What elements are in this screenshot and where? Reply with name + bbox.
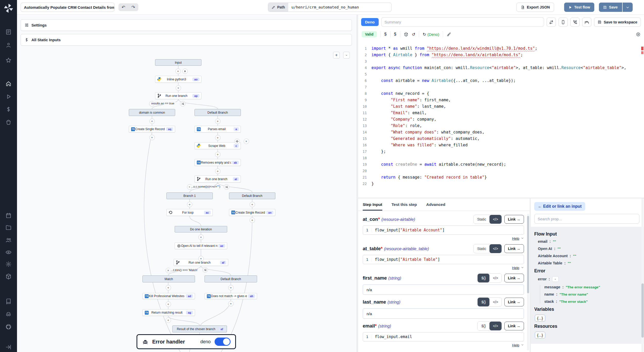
workbench-icon[interactable] (582, 18, 591, 27)
value-input[interactable]: n/a (363, 284, 524, 295)
tab-advanced[interactable]: Advanced (426, 202, 445, 211)
test-flow-button[interactable]: Test flow (564, 3, 594, 12)
settings-icon[interactable] (4, 260, 13, 268)
edit-or-link-input-button[interactable]: ← Edit or link an input (534, 202, 585, 211)
add-step-icon[interactable]: + (198, 256, 204, 261)
reset-icon[interactable]: ↺ (412, 32, 415, 37)
chevron-down-icon[interactable] (521, 343, 524, 347)
docs-icon[interactable] (4, 297, 13, 306)
mobile-view-icon[interactable] (558, 18, 568, 27)
path-field[interactable]: Path u/henri/crm_automated_no_human (268, 3, 392, 12)
help-link[interactable]: Help (512, 237, 519, 240)
zoom-out-button[interactable]: - (343, 52, 350, 58)
toggle-Static[interactable]: Static (474, 244, 489, 253)
save-dropdown-button[interactable] (623, 3, 633, 12)
add-step-icon[interactable]: + (228, 285, 234, 290)
favorites-icon[interactable] (4, 56, 13, 64)
flow-node[interactable]: Default Branch (205, 275, 257, 282)
package-icon[interactable] (404, 32, 408, 37)
flow-node[interactable]: Run one branchap (155, 92, 201, 99)
flow-node[interactable]: TSCreate Single Record (Airtable)aq (129, 126, 175, 132)
add-step-icon[interactable]: + (166, 301, 171, 307)
save-to-workspace-button[interactable]: Save to workspace (594, 18, 641, 27)
resources-icon[interactable] (4, 118, 13, 126)
trigger-icon[interactable] (182, 69, 188, 74)
variables-icon[interactable] (4, 105, 13, 113)
move-node-icon[interactable] (234, 139, 240, 144)
collapse-icon[interactable] (4, 343, 13, 351)
add-step-icon[interactable]: + (149, 135, 155, 140)
toggle-Static[interactable]: Static (474, 215, 489, 224)
flow-node[interactable]: domain is common (129, 109, 175, 116)
user-icon[interactable] (4, 41, 13, 49)
all-static-inputs-bar[interactable]: All Static Inputs (21, 34, 352, 46)
context-prop-open-ai[interactable]: Open AI:"" (538, 247, 640, 251)
context-prop-name[interactable]: name:"The error name" (544, 292, 640, 296)
code-editor[interactable]: 1import * as wmill from "https://deno.la… (358, 45, 644, 198)
link-button[interactable]: Link → (504, 322, 524, 330)
diff-icon[interactable] (547, 18, 556, 27)
toggle-code[interactable]: </> (489, 215, 501, 224)
toggle-template[interactable]: ${} (478, 298, 489, 306)
flow-node[interactable]: Branch 1 (166, 192, 213, 199)
search-prop-input[interactable] (534, 214, 639, 224)
reload-deno-button[interactable]: ↻ (Deno) (423, 32, 439, 37)
flow-node[interactable]: TSReturn matching resultag (142, 309, 195, 316)
toggle-code[interactable]: </> (489, 322, 501, 330)
expr-editor[interactable]: 1flow_input["Airtable Table"] (363, 255, 524, 264)
toggle-template[interactable]: ${} (478, 274, 489, 282)
export-json-button[interactable]: Export JSON (516, 3, 554, 12)
home-icon[interactable] (4, 80, 13, 88)
value-input[interactable]: n/a (363, 308, 524, 319)
link-button[interactable]: Link → (504, 274, 524, 282)
eye-icon[interactable] (636, 32, 640, 37)
zoom-in-button[interactable]: + (333, 52, 340, 58)
runs-icon[interactable] (4, 93, 13, 101)
flow-node[interactable]: Match (142, 275, 195, 282)
schedules-icon[interactable] (4, 211, 13, 220)
discord-icon[interactable] (4, 310, 13, 319)
toggle-code[interactable]: </> (489, 244, 501, 253)
link-button[interactable]: Link → (504, 244, 524, 253)
add-step-icon[interactable]: + (250, 217, 255, 223)
add-step-icon[interactable]: + (166, 317, 171, 323)
language-badge[interactable]: Deno (361, 18, 379, 26)
add-step-icon[interactable]: + (215, 119, 221, 124)
help-link[interactable]: Help (512, 343, 519, 347)
branch-compare-icon[interactable] (224, 184, 229, 190)
add-step-icon[interactable]: + (187, 202, 192, 207)
add-step-icon[interactable]: + (175, 69, 181, 74)
flow-node[interactable]: TSDoes not match -> gives empty valueah (205, 293, 257, 299)
link-button[interactable]: Link → (504, 298, 524, 306)
context-prop-airtable-account[interactable]: Airtable Account:"" (538, 254, 640, 258)
vertical-splitter[interactable] (357, 15, 358, 352)
format-brush-icon[interactable] (447, 32, 451, 37)
flow-node[interactable]: Scrape Webc (194, 142, 241, 149)
toggle-template[interactable]: ${} (478, 322, 489, 330)
github-icon[interactable] (4, 323, 13, 331)
flow-node[interactable]: For loopac (166, 209, 213, 216)
add-step-icon[interactable]: + (215, 152, 221, 157)
tab-step-input[interactable]: Step Input (363, 202, 382, 211)
save-button[interactable]: Save (599, 3, 622, 12)
branch-compare-icon[interactable] (202, 267, 208, 273)
flow-node[interactable]: Default Branch (229, 192, 275, 199)
error-handler-toggle[interactable] (215, 338, 231, 346)
flow-node[interactable]: Run one branchal (194, 175, 241, 182)
flow-node[interactable]: Default Branch (194, 109, 241, 116)
tab-test-this-step[interactable]: Test this step (392, 202, 417, 211)
context-prop-email[interactable]: email:"" (538, 239, 640, 244)
expr-editor[interactable]: 1flow_input.email (363, 332, 524, 341)
add-step-icon[interactable]: + (166, 285, 171, 290)
branch-compare-icon[interactable] (180, 101, 185, 106)
redo-icon[interactable]: ↷ (128, 4, 138, 11)
flow-node[interactable]: TSKill Professional Websites mentionsad (142, 293, 195, 299)
context-scrollbar[interactable] (641, 198, 644, 352)
link-button[interactable]: Link → (504, 215, 524, 224)
expand-object-chip[interactable]: {...} (535, 315, 545, 322)
add-step-icon[interactable]: + (215, 135, 221, 140)
add-step-icon[interactable]: + (228, 301, 234, 306)
chevron-down-icon[interactable] (521, 266, 524, 270)
groups-icon[interactable] (4, 236, 13, 244)
folders-icon[interactable] (4, 223, 13, 232)
